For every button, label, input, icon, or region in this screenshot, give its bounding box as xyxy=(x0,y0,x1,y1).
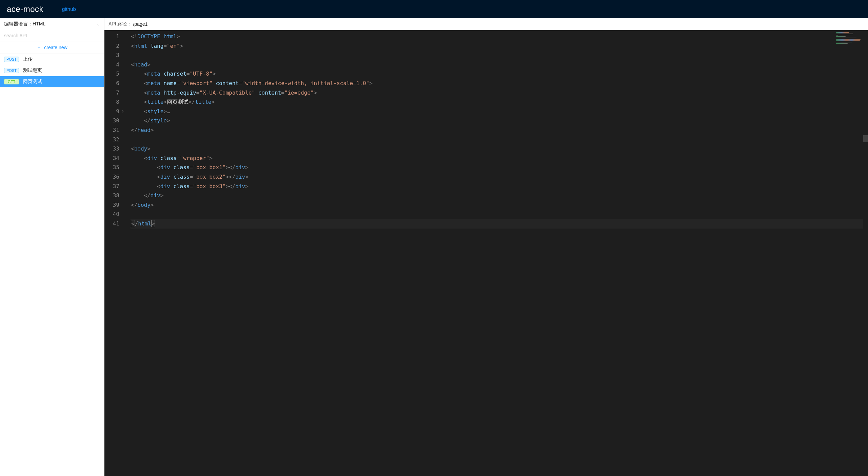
line-number: 5 xyxy=(104,69,119,79)
scroll-thumb[interactable] xyxy=(863,135,868,142)
code-line[interactable]: </html> xyxy=(131,219,863,229)
line-number: 39 xyxy=(104,200,119,210)
editor-gutter: 123456789›303132333435363738394041 xyxy=(104,30,125,476)
line-number: 41 xyxy=(104,219,119,229)
code-line[interactable]: <title>网页测试</title> xyxy=(131,97,863,107)
code-line[interactable]: <div class="wrapper"> xyxy=(131,154,863,163)
code-line[interactable]: </head> xyxy=(131,125,863,135)
code-line[interactable]: <style>… xyxy=(131,107,863,116)
main-area: ＋ create new POST上传POST测试翻页GET网页测试 12345… xyxy=(0,30,868,476)
code-line[interactable]: <head> xyxy=(131,60,863,70)
code-line[interactable]: <meta http-equiv="X-UA-Compatible" conte… xyxy=(131,88,863,98)
app-header: ace-mock github xyxy=(0,0,868,18)
fold-caret-icon[interactable]: › xyxy=(121,107,124,116)
code-line[interactable]: <body> xyxy=(131,144,863,154)
method-badge: POST xyxy=(4,57,19,62)
language-select[interactable]: 编辑器语言：HTML ⌄ xyxy=(0,18,104,30)
search-box xyxy=(0,30,104,41)
sidebar: ＋ create new POST上传POST测试翻页GET网页测试 xyxy=(0,30,104,476)
method-badge: GET xyxy=(4,79,19,84)
api-item-label: 上传 xyxy=(23,56,33,62)
line-number: 30 xyxy=(104,116,119,125)
code-line[interactable] xyxy=(131,135,863,144)
language-select-label: 编辑器语言：HTML xyxy=(4,21,45,27)
api-path-label: API 路径： xyxy=(108,21,132,27)
subheader: 编辑器语言：HTML ⌄ API 路径： /page1 xyxy=(0,18,868,30)
line-number: 34 xyxy=(104,154,119,163)
code-line[interactable]: <div class="box box2"></div> xyxy=(131,172,863,182)
line-number: 8 xyxy=(104,97,119,107)
create-new-label: create new xyxy=(44,45,67,50)
api-path-bar: API 路径： /page1 xyxy=(104,18,868,30)
code-line[interactable]: </style> xyxy=(131,116,863,125)
line-number: 2 xyxy=(104,41,119,51)
github-link[interactable]: github xyxy=(62,6,76,12)
sidebar-item-api[interactable]: GET网页测试 xyxy=(0,76,104,87)
sidebar-item-api[interactable]: POST测试翻页 xyxy=(0,65,104,76)
line-number: 38 xyxy=(104,191,119,200)
create-new-button[interactable]: ＋ create new xyxy=(0,41,104,54)
line-number: 31 xyxy=(104,125,119,135)
code-line[interactable]: <meta charset="UTF-8"> xyxy=(131,69,863,79)
line-number: 6 xyxy=(104,79,119,88)
line-number: 33 xyxy=(104,144,119,154)
code-line[interactable]: <meta name="viewport" content="width=dev… xyxy=(131,79,863,88)
api-path-value: /page1 xyxy=(133,21,147,27)
code-editor[interactable]: 123456789›303132333435363738394041 <!DOC… xyxy=(104,30,868,476)
search-input[interactable] xyxy=(0,30,104,41)
line-number: 7 xyxy=(104,88,119,98)
line-number: 37 xyxy=(104,182,119,191)
editor-code-area[interactable]: <!DOCTYPE html><html lang="en"><head> <m… xyxy=(131,30,863,476)
line-number: 40 xyxy=(104,210,119,219)
api-list: POST上传POST测试翻页GET网页测试 xyxy=(0,54,104,476)
code-line[interactable]: <div class="box box1"></div> xyxy=(131,163,863,172)
method-badge: POST xyxy=(4,68,19,73)
plus-icon: ＋ xyxy=(37,45,41,50)
line-number: 36 xyxy=(104,172,119,182)
code-line[interactable]: </body> xyxy=(131,200,863,210)
chevron-down-icon: ⌄ xyxy=(97,22,100,26)
line-number: 32 xyxy=(104,135,119,144)
line-number: 3 xyxy=(104,51,119,60)
brand-title: ace-mock xyxy=(7,4,43,14)
editor-scrollbar[interactable] xyxy=(863,30,868,476)
code-line[interactable] xyxy=(131,51,863,60)
code-line[interactable]: </div> xyxy=(131,191,863,200)
code-line[interactable]: <html lang="en"> xyxy=(131,41,863,51)
line-number: 35 xyxy=(104,163,119,172)
api-item-label: 测试翻页 xyxy=(23,67,42,74)
sidebar-item-api[interactable]: POST上传 xyxy=(0,54,104,65)
code-line[interactable] xyxy=(131,210,863,219)
api-item-label: 网页测试 xyxy=(23,79,42,85)
line-number: 9› xyxy=(104,107,119,116)
code-line[interactable]: <!DOCTYPE html> xyxy=(131,32,863,41)
code-line[interactable]: <div class="box box3"></div> xyxy=(131,182,863,191)
line-number: 1 xyxy=(104,32,119,41)
line-number: 4 xyxy=(104,60,119,70)
